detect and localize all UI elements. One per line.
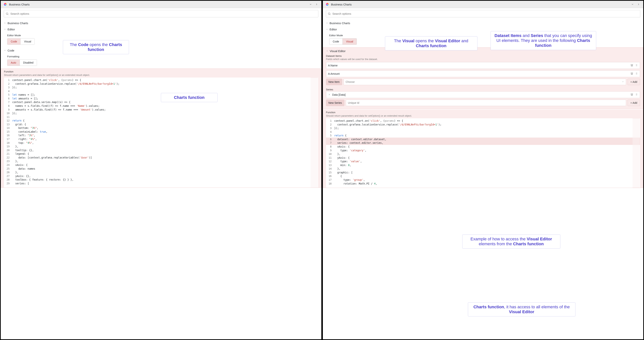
chevron-down-icon xyxy=(622,80,624,83)
section-business-charts[interactable]: Business Charts xyxy=(4,20,318,26)
code-line[interactable]: 22 data: [context.grafana.replaceVariabl… xyxy=(4,156,318,160)
collapse-button[interactable] xyxy=(630,2,634,7)
code-line[interactable]: 29 series: [ xyxy=(4,182,318,186)
formatting-label: Formatting xyxy=(7,55,318,58)
next-button[interactable] xyxy=(314,2,319,7)
drag-handle-icon[interactable] xyxy=(635,72,638,75)
code-line[interactable]: 15 graphic: [ xyxy=(326,171,640,175)
code-line[interactable]: 4 xyxy=(326,130,640,134)
code-line[interactable]: 6 dataset: context.editor.dataset, xyxy=(326,137,640,141)
code-line[interactable]: 9 amounts = s.fields.find((f) => f.name … xyxy=(4,108,318,112)
search-input[interactable] xyxy=(326,10,640,17)
chevron-right-icon xyxy=(328,93,330,96)
code-line[interactable]: 14 bottom: "3%", xyxy=(4,126,318,130)
editor-mode-label: Editor Mode xyxy=(7,34,318,37)
editor-mode-code[interactable]: Code xyxy=(7,39,20,45)
add-item-button[interactable]: + Add xyxy=(628,79,640,85)
drag-handle-icon[interactable] xyxy=(635,64,638,67)
editor-mode-visual[interactable]: Visual xyxy=(20,39,34,45)
formatting-toggle: Auto Disabled xyxy=(7,59,37,66)
code-line[interactable]: 18 top: "4%", xyxy=(4,141,318,145)
editor-mode-code[interactable]: Code xyxy=(330,39,343,45)
minimap[interactable] xyxy=(632,118,640,188)
code-line[interactable]: 17 type: 'group', xyxy=(326,178,640,182)
next-button[interactable] xyxy=(636,2,640,7)
add-series-button[interactable]: + Add xyxy=(628,100,640,106)
code-line[interactable]: 16 left: "3%", xyxy=(4,134,318,137)
code-line[interactable]: 14 }, xyxy=(326,167,640,171)
code-line[interactable]: 5return { xyxy=(326,134,640,137)
formatting-disabled[interactable]: Disabled xyxy=(20,60,37,66)
logo-icon xyxy=(4,3,7,6)
code-line[interactable]: 21 legend: { xyxy=(4,152,318,156)
svg-point-9 xyxy=(637,66,637,66)
code-line[interactable]: 2 context.grafana.locationService.replac… xyxy=(326,123,640,127)
svg-point-20 xyxy=(636,95,636,95)
dataset-item-row[interactable]: A:Amount xyxy=(326,70,640,77)
code-line[interactable]: 10}); xyxy=(4,111,318,115)
code-line[interactable]: 3}); xyxy=(326,126,640,130)
editor-mode-visual[interactable]: Visual xyxy=(343,39,356,45)
new-series-label: New Series xyxy=(326,100,344,106)
code-line[interactable]: 2 context.grafana.locationService.replac… xyxy=(4,82,318,86)
svg-point-11 xyxy=(637,73,637,73)
code-line[interactable]: 11 yAxis: { xyxy=(326,156,640,160)
dataset-item-row[interactable]: A:Name xyxy=(326,62,640,69)
code-line[interactable]: 27 yAxis: {}, xyxy=(4,174,318,178)
code-line[interactable]: 3}); xyxy=(4,86,318,89)
new-item-select[interactable]: Choose xyxy=(344,79,626,85)
code-line[interactable]: 24 xAxis: { xyxy=(4,163,318,167)
code-line[interactable]: 18 rotation: Math.PI / 4, xyxy=(326,182,640,186)
code-line[interactable]: 4 xyxy=(4,89,318,93)
code-line[interactable]: 8 names = s.fields.find((f) => f.name ==… xyxy=(4,104,318,108)
trash-icon[interactable] xyxy=(630,93,633,96)
series-label: Series xyxy=(326,88,640,91)
code-line[interactable]: 11 xyxy=(4,115,318,119)
code-line[interactable]: 12return { xyxy=(4,119,318,123)
code-line[interactable]: 17 right: "4%", xyxy=(4,137,318,141)
code-line[interactable]: 13 min: 0, xyxy=(326,163,640,167)
code-line[interactable]: 12 type: 'value', xyxy=(326,160,640,163)
options-scroll[interactable]: Business Charts Editor Editor Mode Code … xyxy=(1,8,321,339)
trash-icon[interactable] xyxy=(630,72,633,75)
code-line[interactable]: 15 containLabel: true, xyxy=(4,130,318,134)
code-line[interactable]: 10 }, xyxy=(326,152,640,156)
code-line[interactable]: 1context.panel.chart.on('click', (params… xyxy=(326,119,640,123)
code-editor[interactable]: 1context.panel.chart.on('click', (params… xyxy=(326,118,640,188)
code-line[interactable]: 7 series: context.editor.series, xyxy=(326,141,640,145)
section-code[interactable]: Code xyxy=(4,47,318,54)
search-icon xyxy=(328,12,331,15)
chevron-down-icon xyxy=(326,49,328,53)
options-scroll[interactable]: Business Charts Editor Editor Mode Code … xyxy=(323,8,644,339)
code-line[interactable]: 26 }, xyxy=(4,171,318,174)
series-row[interactable]: Data [Data] xyxy=(326,91,640,98)
code-line[interactable]: 1context.panel.chart.on('click', (params… xyxy=(4,78,318,82)
formatting-auto[interactable]: Auto xyxy=(7,60,20,66)
minimap[interactable] xyxy=(310,78,318,188)
code-line[interactable]: 28 toolbox: { feature: { restore: {} } }… xyxy=(4,178,318,182)
unique-id-input[interactable] xyxy=(346,100,626,106)
code-line[interactable]: 13 grid: { xyxy=(4,123,318,126)
section-label: Visual Editor xyxy=(330,49,346,53)
section-visual-editor[interactable]: Visual Editor xyxy=(326,49,640,55)
code-line[interactable]: 16 { xyxy=(326,174,640,178)
section-label: Business Charts xyxy=(330,22,350,25)
drag-handle-icon[interactable] xyxy=(635,93,638,96)
code-line[interactable]: 19 }, xyxy=(4,145,318,148)
code-line[interactable]: 23 }, xyxy=(4,159,318,163)
search-input[interactable] xyxy=(4,10,318,17)
chevron-down-icon xyxy=(4,49,6,52)
code-line[interactable]: 20 tooltip: {}, xyxy=(4,148,318,152)
code-line[interactable]: 9 type: 'category', xyxy=(326,149,640,152)
panel-title: Business Charts xyxy=(331,3,629,6)
code-line[interactable]: 8 xAxis: { xyxy=(326,145,640,149)
svg-point-17 xyxy=(637,94,637,94)
collapse-button[interactable] xyxy=(308,2,313,7)
svg-point-10 xyxy=(636,73,636,73)
section-editor[interactable]: Editor xyxy=(4,26,318,33)
trash-icon[interactable] xyxy=(630,64,633,67)
code-line[interactable]: 25 data: names xyxy=(4,167,318,171)
section-business-charts[interactable]: Business Charts xyxy=(326,20,640,26)
svg-line-1 xyxy=(8,14,8,15)
dataset-items-desc: Fields which values will be used for the… xyxy=(326,58,640,61)
